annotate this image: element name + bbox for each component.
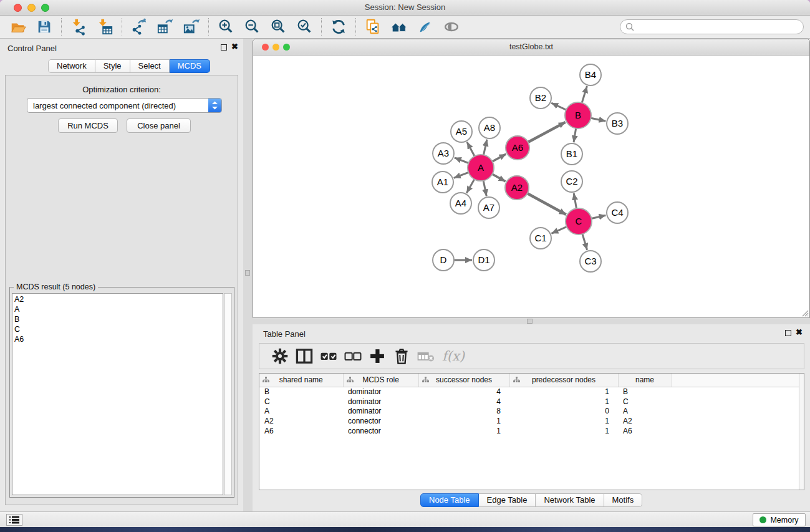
table-row[interactable]: Adominator80A <box>259 407 800 417</box>
vertical-splitter[interactable] <box>243 39 253 511</box>
table-row[interactable]: A6connector11A6 <box>259 426 800 436</box>
column-header-mcds-role[interactable]: MCDS role <box>343 374 418 387</box>
deselect-all-rows-icon[interactable] <box>344 347 362 365</box>
export-image-icon[interactable] <box>181 17 202 36</box>
table-row[interactable]: Bdominator41B <box>259 387 800 397</box>
table-cell[interactable]: A <box>259 407 343 417</box>
tab-node-table[interactable]: Node Table <box>420 493 479 507</box>
delete-table-icon[interactable] <box>417 347 435 365</box>
graph-node-label: C3 <box>584 256 596 266</box>
zoom-fit-icon[interactable] <box>268 17 289 36</box>
table-cell[interactable]: A2 <box>618 416 672 426</box>
table-scrollbar[interactable] <box>799 374 804 490</box>
table-cell[interactable]: 1 <box>418 426 509 436</box>
criterion-dropdown[interactable]: largest connected component (directed) <box>27 98 222 113</box>
table-cell[interactable]: 4 <box>418 397 509 407</box>
memory-button[interactable]: Memory <box>753 513 806 526</box>
float-panel-icon[interactable] <box>785 330 791 336</box>
resize-grip-icon[interactable] <box>800 308 809 317</box>
graph-node-label: A7 <box>483 202 494 213</box>
dropdown-stepper-icon <box>208 99 221 112</box>
tab-select[interactable]: Select <box>130 59 170 73</box>
table-cell[interactable]: dominator <box>343 397 418 407</box>
mcds-result-item[interactable]: A <box>14 304 223 314</box>
mcds-result-item[interactable]: A2 <box>14 294 223 304</box>
apply-layout-icon[interactable] <box>328 17 349 36</box>
table-row[interactable]: Cdominator41C <box>259 397 800 407</box>
mcds-result-item[interactable]: C <box>14 324 223 334</box>
column-header-predecessor-nodes[interactable]: predecessor nodes <box>509 374 618 387</box>
run-mcds-button[interactable]: Run MCDS <box>58 118 118 133</box>
result-scrollbar[interactable] <box>224 293 232 495</box>
delete-columns-trash-icon[interactable] <box>392 347 411 365</box>
status-bar: Memory <box>0 511 810 527</box>
add-column-plus-icon[interactable] <box>368 347 387 365</box>
table-cell[interactable]: C <box>259 397 343 407</box>
network-canvas[interactable]: AA1A2A3A4A5A6A7A8BB1B2B3B4CC1C2C3C4DD1 <box>253 56 809 317</box>
network-window-title: testGlobe.txt <box>253 42 809 51</box>
table-cell[interactable]: 8 <box>418 407 509 417</box>
table-cell[interactable]: C <box>618 397 672 407</box>
horizontal-splitter[interactable] <box>253 318 810 324</box>
open-session-icon[interactable] <box>7 17 29 36</box>
graph-node-label: C2 <box>566 176 577 186</box>
table-cell[interactable]: A6 <box>618 426 672 436</box>
column-header-name[interactable]: name <box>618 374 672 387</box>
table-cell[interactable]: 1 <box>509 426 618 436</box>
annotation-style-icon[interactable] <box>415 17 436 36</box>
search-input[interactable] <box>620 19 804 34</box>
graph-node-label: C1 <box>534 233 546 243</box>
float-panel-icon[interactable] <box>221 44 227 51</box>
desktop-wallpaper-strip <box>0 527 810 532</box>
table-cell[interactable]: connector <box>343 416 418 426</box>
mcds-result-item[interactable]: B <box>14 314 223 324</box>
tab-mcds[interactable]: MCDS <box>170 59 210 73</box>
zoom-in-icon[interactable] <box>215 17 236 36</box>
table-cell[interactable]: 1 <box>509 416 618 426</box>
mcds-result-item[interactable]: A6 <box>14 334 223 344</box>
table-cell[interactable]: 1 <box>418 416 509 426</box>
table-cell[interactable]: A2 <box>259 416 343 426</box>
import-network-icon[interactable] <box>68 17 89 36</box>
zoom-selected-icon[interactable] <box>294 17 315 36</box>
column-header-successor-nodes[interactable]: successor nodes <box>418 374 509 387</box>
table-cell[interactable]: A <box>618 407 672 417</box>
desktop: Session: New Session <box>0 0 810 532</box>
tab-network-table[interactable]: Network Table <box>536 493 604 507</box>
duplicate-network-icon[interactable] <box>362 17 383 36</box>
task-history-button[interactable] <box>6 514 22 526</box>
splitter-grip[interactable] <box>245 270 250 276</box>
mcds-result-box: MCDS result (5 nodes) A2ABCA6 <box>9 287 234 498</box>
table-cell[interactable]: 1 <box>509 397 618 407</box>
column-layout-icon[interactable] <box>295 347 314 365</box>
close-panel-icon[interactable]: ✖ <box>231 42 238 51</box>
splitter-grip[interactable] <box>527 319 533 324</box>
select-all-rows-icon[interactable] <box>319 347 338 365</box>
show-welcome-screen-icon[interactable] <box>388 17 410 36</box>
close-panel-button[interactable]: Close panel <box>127 118 191 133</box>
tab-edge-table[interactable]: Edge Table <box>479 493 536 507</box>
tab-network[interactable]: Network <box>48 59 95 73</box>
table-cell[interactable]: connector <box>343 426 418 436</box>
save-session-icon[interactable] <box>34 17 55 36</box>
table-cell[interactable]: 4 <box>418 387 509 397</box>
tab-motifs[interactable]: Motifs <box>604 493 643 507</box>
close-panel-icon[interactable]: ✖ <box>796 327 803 337</box>
column-header-shared-name[interactable]: shared name <box>259 374 343 387</box>
table-cell[interactable]: dominator <box>343 407 418 417</box>
table-settings-gear-icon[interactable] <box>271 347 289 365</box>
export-table-icon[interactable] <box>155 17 176 36</box>
memory-label: Memory <box>770 516 798 525</box>
tab-style[interactable]: Style <box>95 59 130 73</box>
table-cell[interactable]: A6 <box>259 426 343 436</box>
hide-graphics-details-eye-icon[interactable] <box>441 17 462 36</box>
export-network-icon[interactable] <box>128 17 150 36</box>
table-cell[interactable]: 0 <box>509 407 618 417</box>
import-table-icon[interactable] <box>94 17 115 36</box>
zoom-out-icon[interactable] <box>241 17 263 36</box>
table-cell[interactable]: B <box>618 387 672 397</box>
table-cell[interactable]: dominator <box>343 387 418 397</box>
table-cell[interactable]: B <box>259 387 343 397</box>
table-cell[interactable]: 1 <box>509 387 618 397</box>
table-row[interactable]: A2connector11A2 <box>259 416 800 426</box>
